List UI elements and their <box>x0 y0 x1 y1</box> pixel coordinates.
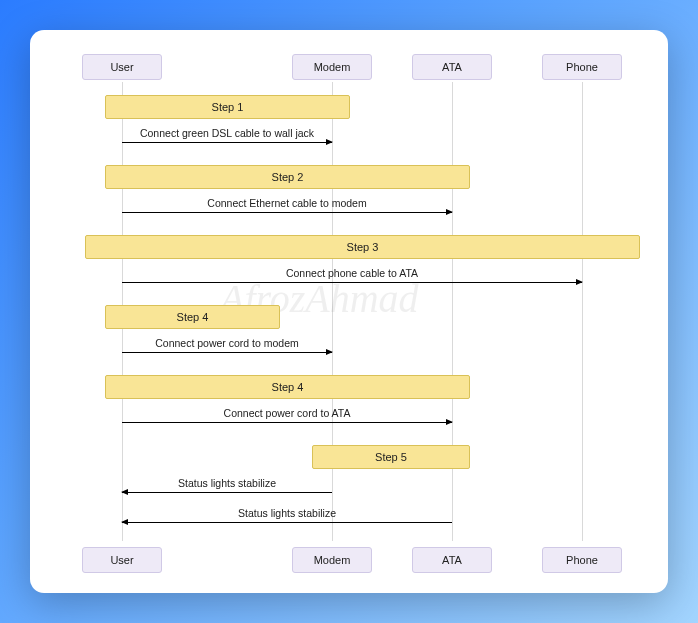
lane-phone-bottom: Phone <box>542 547 622 573</box>
message-label: Connect Ethernet cable to modem <box>122 197 452 209</box>
message-arrow <box>122 522 452 523</box>
lifeline-phone <box>582 82 583 541</box>
message-arrow <box>122 282 582 283</box>
step-box: Step 5 <box>312 445 470 469</box>
step-box: Step 3 <box>85 235 640 259</box>
lane-phone-top: Phone <box>542 54 622 80</box>
lane-ata-bottom: ATA <box>412 547 492 573</box>
diagram-card: User Modem ATA Phone User Modem ATA Phon… <box>30 30 668 593</box>
message-arrow <box>122 142 332 143</box>
message-label: Connect power cord to modem <box>122 337 332 349</box>
message-arrow <box>122 212 452 213</box>
lane-ata-top: ATA <box>412 54 492 80</box>
step-box: Step 4 <box>105 305 280 329</box>
lane-user-top: User <box>82 54 162 80</box>
message-label: Status lights stabilize <box>122 507 452 519</box>
message-label: Connect phone cable to ATA <box>122 267 582 279</box>
message-label: Connect power cord to ATA <box>122 407 452 419</box>
lifeline-modem <box>332 82 333 541</box>
message-arrow <box>122 422 452 423</box>
step-box: Step 4 <box>105 375 470 399</box>
message-arrow <box>122 492 332 493</box>
lane-user-bottom: User <box>82 547 162 573</box>
lifeline-ata <box>452 82 453 541</box>
step-box: Step 2 <box>105 165 470 189</box>
lane-modem-bottom: Modem <box>292 547 372 573</box>
lane-modem-top: Modem <box>292 54 372 80</box>
message-arrow <box>122 352 332 353</box>
message-label: Status lights stabilize <box>122 477 332 489</box>
message-label: Connect green DSL cable to wall jack <box>122 127 332 139</box>
step-box: Step 1 <box>105 95 350 119</box>
